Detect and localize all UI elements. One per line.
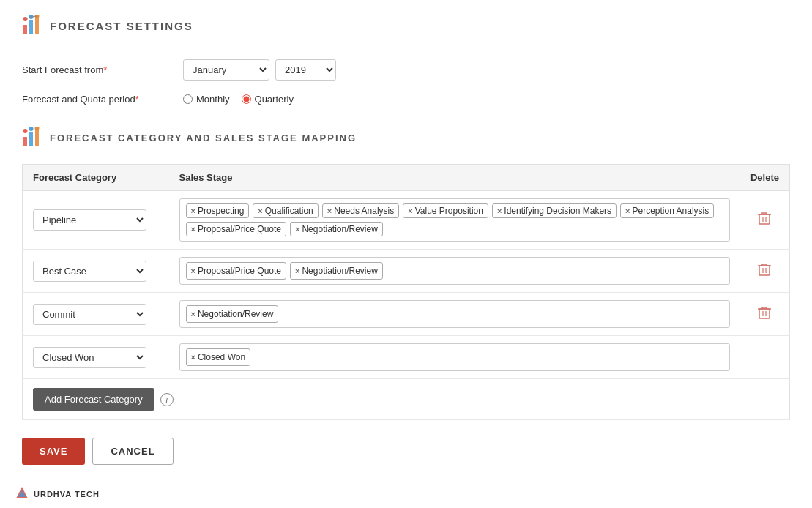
tag-item[interactable]: ×Prospecting (186, 203, 250, 218)
required-star: * (103, 64, 107, 75)
tag-item[interactable]: ×Needs Analysis (322, 203, 399, 218)
form-section: Start Forecast from* January February Ma… (22, 59, 790, 105)
tag-label: Qualification (265, 206, 313, 216)
tag-remove-icon[interactable]: × (625, 206, 630, 215)
col-delete-header: Delete (740, 165, 790, 191)
tag-item[interactable]: ×Identifying Decision Makers (492, 203, 617, 218)
tag-remove-icon[interactable]: × (497, 206, 502, 215)
tag-remove-icon[interactable]: × (258, 206, 262, 215)
tag-item[interactable]: ×Closed Won (186, 348, 251, 366)
year-select[interactable]: 2018 2019 2020 2021 (275, 59, 336, 81)
tag-container-0[interactable]: ×Prospecting×Qualification×Needs Analysi… (179, 198, 730, 242)
svg-rect-13 (759, 266, 770, 275)
svg-rect-2 (35, 18, 39, 34)
footer-logo-icon (15, 485, 29, 502)
svg-rect-8 (35, 130, 39, 146)
col-stage-header: Sales Stage (169, 165, 740, 191)
page-header: FORECAST SETTINGS (22, 15, 790, 37)
tag-label: Negotiation/Review (302, 266, 377, 276)
section-title: FORECAST CATEGORY AND SALES STAGE MAPPIN… (50, 132, 357, 143)
delete-row-button[interactable] (757, 308, 772, 323)
category-select-1[interactable]: PipelineBest CaseCommitClosed WonOmitted (33, 261, 146, 282)
period-row: Forecast and Quota period* Monthly Quart… (22, 94, 790, 105)
period-radio-group: Monthly Quarterly (183, 94, 294, 105)
page-footer: URDHVA TECH (0, 479, 812, 508)
start-forecast-controls: January February March April May June Ju… (183, 59, 336, 81)
tag-item[interactable]: ×Negotiation/Review (186, 305, 279, 323)
tag-remove-icon[interactable]: × (327, 206, 332, 215)
tag-item[interactable]: ×Negotiation/Review (290, 222, 383, 236)
tag-label: Value Proposition (415, 206, 483, 216)
add-forecast-category-button[interactable]: Add Forecast Category (33, 388, 154, 411)
mapping-table: Forecast Category Sales Stage Delete Pip… (22, 164, 790, 420)
table-row: PipelineBest CaseCommitClosed WonOmitted… (23, 293, 790, 336)
tag-remove-icon[interactable]: × (295, 266, 299, 275)
tag-remove-icon[interactable]: × (295, 225, 299, 234)
tag-item[interactable]: ×Qualification (253, 203, 318, 218)
svg-rect-7 (29, 132, 33, 146)
category-select-0[interactable]: PipelineBest CaseCommitClosed WonOmitted (33, 209, 146, 231)
delete-row-button[interactable] (757, 214, 772, 228)
forecast-icon (22, 15, 42, 37)
col-forecast-header: Forecast Category (23, 165, 169, 191)
tag-label: Identifying Decision Makers (504, 206, 611, 216)
tag-label: Negotiation/Review (302, 224, 377, 234)
monthly-option[interactable]: Monthly (183, 94, 230, 105)
section-header: FORECAST CATEGORY AND SALES STAGE MAPPIN… (22, 127, 790, 153)
tag-item[interactable]: ×Negotiation/Review (290, 262, 383, 280)
period-required-star: * (135, 94, 139, 105)
period-label: Forecast and Quota period* (22, 94, 183, 105)
svg-rect-12 (759, 214, 770, 224)
tag-label: Closed Won (198, 352, 245, 362)
category-select-2[interactable]: PipelineBest CaseCommitClosed WonOmitted (33, 304, 146, 325)
tag-remove-icon[interactable]: × (191, 353, 195, 362)
svg-rect-0 (23, 25, 27, 34)
action-buttons: SAVE CANCEL (22, 438, 790, 465)
info-icon[interactable]: i (160, 393, 174, 406)
tag-container-1[interactable]: ×Proposal/Price Quote×Negotiation/Review (179, 257, 730, 285)
add-row: Add Forecast Categoryi (23, 379, 790, 420)
tag-label: Proposal/Price Quote (198, 224, 281, 234)
tag-container-2[interactable]: ×Negotiation/Review (179, 300, 730, 328)
svg-rect-6 (23, 137, 27, 146)
month-select[interactable]: January February March April May June Ju… (183, 59, 269, 81)
monthly-radio[interactable] (183, 94, 193, 104)
svg-rect-14 (759, 309, 770, 318)
tag-label: Needs Analysis (334, 206, 394, 216)
tag-item[interactable]: ×Perception Analysis (620, 203, 714, 218)
tag-item[interactable]: ×Proposal/Price Quote (186, 222, 287, 236)
start-forecast-row: Start Forecast from* January February Ma… (22, 59, 790, 81)
start-forecast-label: Start Forecast from* (22, 64, 183, 75)
save-button[interactable]: SAVE (22, 438, 85, 465)
quarterly-radio[interactable] (242, 94, 251, 104)
tag-container-3[interactable]: ×Closed Won (179, 343, 730, 371)
table-header-row: Forecast Category Sales Stage Delete (23, 165, 790, 191)
page-title: FORECAST SETTINGS (50, 20, 193, 32)
table-row: PipelineBest CaseCommitClosed WonOmitted… (23, 250, 790, 293)
tag-item[interactable]: ×Value Proposition (403, 203, 488, 218)
svg-point-9 (23, 129, 28, 133)
svg-rect-1 (29, 20, 33, 34)
tag-remove-icon[interactable]: × (191, 310, 195, 318)
tag-remove-icon[interactable]: × (191, 225, 195, 234)
add-row-delete-cell (740, 379, 790, 420)
tag-remove-icon[interactable]: × (191, 206, 195, 215)
tag-remove-icon[interactable]: × (408, 206, 412, 215)
cancel-button[interactable]: CANCEL (92, 438, 173, 465)
table-row: PipelineBest CaseCommitClosed WonOmitted… (23, 336, 790, 379)
delete-row-button[interactable] (757, 265, 772, 280)
tag-item[interactable]: ×Proposal/Price Quote (186, 262, 287, 280)
section-icon (22, 127, 42, 149)
tag-remove-icon[interactable]: × (191, 266, 195, 275)
svg-point-10 (29, 127, 34, 131)
category-select-3[interactable]: PipelineBest CaseCommitClosed WonOmitted (33, 347, 146, 368)
table-row: PipelineBest CaseCommitClosed WonOmitted… (23, 191, 790, 250)
tag-label: Prospecting (198, 206, 244, 216)
tag-label: Proposal/Price Quote (198, 266, 281, 276)
footer-logo-text: URDHVA TECH (34, 490, 100, 498)
quarterly-option[interactable]: Quarterly (242, 94, 294, 105)
tag-label: Perception Analysis (633, 206, 709, 216)
monthly-label: Monthly (196, 94, 230, 105)
tag-label: Negotiation/Review (198, 309, 273, 319)
quarterly-label: Quarterly (255, 94, 294, 105)
